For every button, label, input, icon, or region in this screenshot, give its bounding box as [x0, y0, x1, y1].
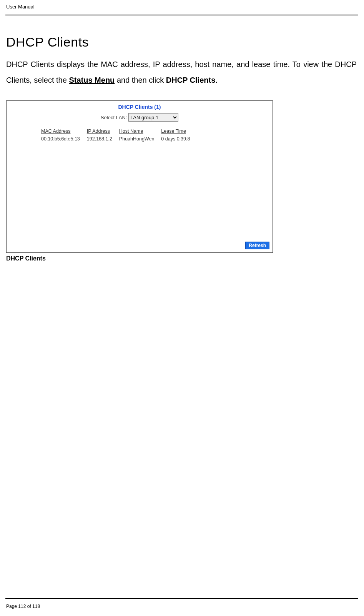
- top-divider: [5, 15, 358, 15]
- select-lan-row: Select LAN: LAN group 1: [7, 113, 273, 122]
- col-mac: MAC Address: [41, 129, 87, 136]
- cell-host: PhuahHongWen: [119, 136, 161, 143]
- intro-paragraph: DHCP Clients displays the MAC address, I…: [6, 57, 357, 88]
- status-menu-ref: Status Menu: [69, 76, 115, 84]
- para-mid: and then click: [115, 76, 166, 84]
- col-host: Host Name: [119, 129, 161, 136]
- cell-lease: 0 days 0:39:8: [161, 136, 197, 143]
- clients-table: MAC Address IP Address Host Name Lease T…: [41, 129, 197, 143]
- dhcp-clients-ref: DHCP Clients: [166, 76, 216, 84]
- content-area: DHCP Clients DHCP Clients displays the M…: [6, 35, 357, 262]
- select-lan-label: Select LAN:: [101, 115, 127, 120]
- bottom-divider: [5, 598, 358, 599]
- col-ip: IP Address: [87, 129, 119, 136]
- page-title: DHCP Clients: [6, 35, 357, 50]
- refresh-button[interactable]: Refresh: [245, 242, 269, 249]
- table-row: 00:10:b5:6d:e5:13 192.168.1.2 PhuahHongW…: [41, 136, 197, 143]
- figure-caption: DHCP Clients: [6, 255, 273, 262]
- panel-title: DHCP Clients (1): [7, 104, 273, 110]
- cell-ip: 192.168.1.2: [87, 136, 119, 143]
- select-lan-dropdown[interactable]: LAN group 1: [128, 113, 178, 122]
- dhcp-clients-panel: DHCP Clients (1) Select LAN: LAN group 1…: [6, 100, 273, 253]
- para-suffix: .: [215, 76, 218, 84]
- table-header-row: MAC Address IP Address Host Name Lease T…: [41, 129, 197, 136]
- col-lease: Lease Time: [161, 129, 197, 136]
- cell-mac: 00:10:b5:6d:e5:13: [41, 136, 87, 143]
- page-number: Page 112 of 118: [6, 604, 40, 609]
- header-label: User Manual: [6, 4, 35, 10]
